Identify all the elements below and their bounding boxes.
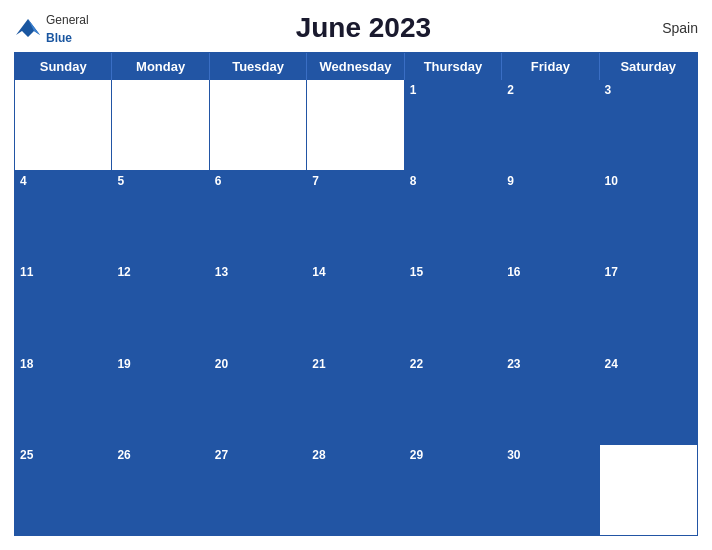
day-number: 7 [312,174,398,188]
day-number: 12 [117,265,203,279]
logo-blue: Blue [46,31,72,45]
svg-marker-0 [16,19,40,37]
day-cell: 1 [405,80,502,170]
header: General Blue June 2023 Spain [14,10,698,52]
day-number: 21 [312,357,398,371]
day-cell: 29 [405,445,502,535]
day-cell: 27 [210,445,307,535]
day-cell: 25 [15,445,112,535]
day-cell: 23 [502,354,599,444]
day-cell: 30 [502,445,599,535]
day-number: 20 [215,357,301,371]
day-number: 17 [605,265,692,279]
calendar: Sunday Monday Tuesday Wednesday Thursday… [14,52,698,536]
week-row-4: 18192021222324 [15,354,697,445]
header-friday: Friday [502,53,599,80]
day-cell: 26 [112,445,209,535]
page: General Blue June 2023 Spain Sunday Mond… [0,0,712,550]
day-number: 24 [605,357,692,371]
day-cell: 3 [600,80,697,170]
day-cell: 17 [600,262,697,352]
logo: General Blue [14,10,89,46]
day-cell: 13 [210,262,307,352]
day-number: 16 [507,265,593,279]
day-number: 15 [410,265,496,279]
day-cell: 20 [210,354,307,444]
weeks-container: 1234567891011121314151617181920212223242… [15,80,697,535]
day-number: 13 [215,265,301,279]
day-headers-row: Sunday Monday Tuesday Wednesday Thursday… [15,53,697,80]
day-cell: 4 [15,171,112,261]
day-cell [210,80,307,170]
week-row-5: 252627282930 [15,445,697,535]
day-cell: 16 [502,262,599,352]
calendar-title: June 2023 [89,12,638,44]
day-cell: 6 [210,171,307,261]
day-cell [112,80,209,170]
day-cell: 14 [307,262,404,352]
week-row-2: 45678910 [15,171,697,262]
day-number: 19 [117,357,203,371]
day-number: 6 [215,174,301,188]
day-number: 30 [507,448,593,462]
header-monday: Monday [112,53,209,80]
day-number: 28 [312,448,398,462]
day-number: 25 [20,448,106,462]
day-number: 23 [507,357,593,371]
day-cell: 18 [15,354,112,444]
day-number: 22 [410,357,496,371]
header-thursday: Thursday [405,53,502,80]
day-number: 14 [312,265,398,279]
day-number: 2 [507,83,593,97]
day-cell [307,80,404,170]
day-number: 29 [410,448,496,462]
day-number: 8 [410,174,496,188]
day-number: 27 [215,448,301,462]
header-saturday: Saturday [600,53,697,80]
logo-bird-icon [14,17,42,39]
day-number: 9 [507,174,593,188]
day-cell [600,445,697,535]
day-cell: 19 [112,354,209,444]
header-tuesday: Tuesday [210,53,307,80]
header-sunday: Sunday [15,53,112,80]
logo-text: General Blue [46,10,89,46]
day-cell: 9 [502,171,599,261]
day-cell: 22 [405,354,502,444]
day-cell: 11 [15,262,112,352]
day-number: 10 [605,174,692,188]
day-cell: 12 [112,262,209,352]
day-number: 1 [410,83,496,97]
week-row-3: 11121314151617 [15,262,697,353]
day-cell: 24 [600,354,697,444]
day-cell: 7 [307,171,404,261]
day-cell: 2 [502,80,599,170]
day-number: 18 [20,357,106,371]
day-cell: 28 [307,445,404,535]
day-cell: 8 [405,171,502,261]
country-label: Spain [638,20,698,36]
day-cell: 15 [405,262,502,352]
day-number: 26 [117,448,203,462]
day-cell: 21 [307,354,404,444]
day-number: 11 [20,265,106,279]
logo-general: General [46,13,89,27]
day-number: 4 [20,174,106,188]
day-cell: 10 [600,171,697,261]
header-wednesday: Wednesday [307,53,404,80]
day-number: 3 [605,83,692,97]
day-cell: 5 [112,171,209,261]
week-row-1: 123 [15,80,697,171]
day-number: 5 [117,174,203,188]
day-cell [15,80,112,170]
